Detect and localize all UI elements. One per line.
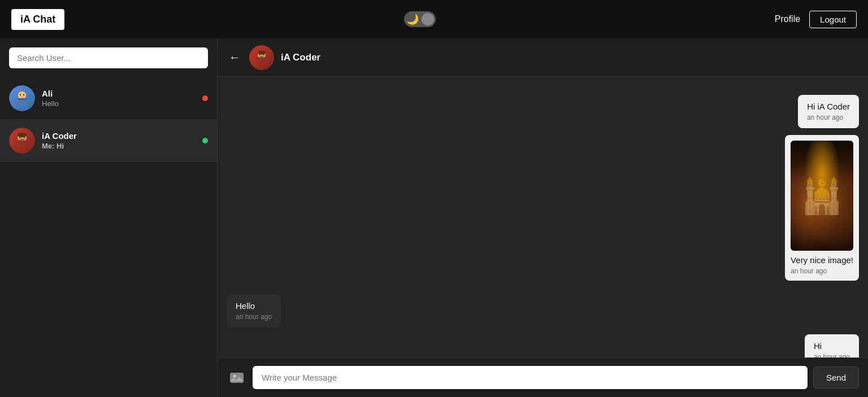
contact-list: Ali Hello <box>0 77 217 397</box>
message-time-hi: an hour ago <box>814 353 850 357</box>
toggle-knob <box>422 13 434 25</box>
svg-point-6 <box>23 94 24 95</box>
chat-input-area: Send <box>218 357 868 397</box>
message-text-hello: Hello <box>236 301 272 311</box>
svg-rect-4 <box>18 98 26 100</box>
chat-header: ← iA Coder <box>218 38 868 77</box>
message-time-hello: an hour ago <box>236 313 272 321</box>
contact-name-ali: Ali <box>42 89 208 98</box>
moon-icon: 🌙 <box>406 13 419 25</box>
contact-info-ali: Ali Hello <box>42 89 208 108</box>
contact-item-ali[interactable]: Ali Hello <box>0 77 217 120</box>
status-dot-ia-coder <box>202 138 208 143</box>
theme-toggle[interactable]: 🌙 <box>404 11 436 27</box>
message-bubble-image: Very nice image! an hour ago <box>785 135 859 281</box>
brand-logo: iA Chat <box>11 9 64 30</box>
outgoing-messages-top: Hi iA Coder an hour ago Very nice image!… <box>227 95 859 281</box>
message-time-image: an hour ago <box>791 267 853 275</box>
ali-avatar-svg <box>13 89 31 107</box>
svg-point-20 <box>233 374 236 377</box>
message-bubble-hello: Hello an hour ago <box>227 294 281 328</box>
message-bubble-hi: Hi an hour ago <box>805 334 859 357</box>
image-upload-button[interactable] <box>227 368 247 388</box>
contact-name-ia-coder: iA Coder <box>42 131 208 141</box>
outgoing-hi-container: Hi an hour ago <box>227 334 859 357</box>
mosque-image <box>791 141 853 251</box>
contact-info-ia-coder: iA Coder Me: Hi <box>42 131 208 150</box>
main-layout: Ali Hello <box>0 38 868 397</box>
ali-avatar-img <box>9 85 35 111</box>
svg-rect-19 <box>230 373 244 383</box>
contact-preview-prefix: Me: <box>42 142 57 150</box>
avatar-ia-coder <box>9 128 35 154</box>
contact-preview-text: Hi <box>57 142 64 150</box>
sidebar-search-container <box>0 38 217 77</box>
svg-point-5 <box>20 94 21 95</box>
ia-coder-avatar-img <box>9 128 35 154</box>
message-text-hi: Hi <box>814 341 850 351</box>
chat-area: ← iA Coder <box>218 38 868 397</box>
svg-point-17 <box>259 56 264 59</box>
svg-rect-1 <box>16 101 28 107</box>
contact-preview-ali: Hello <box>42 99 208 108</box>
chat-header-avatar <box>249 45 274 70</box>
image-upload-icon <box>229 370 245 386</box>
message-time-hi-ia-coder: an hour ago <box>807 114 850 121</box>
chat-header-avatar-svg <box>254 50 270 66</box>
svg-point-11 <box>19 139 25 142</box>
avatar-ali <box>9 85 35 111</box>
search-input[interactable] <box>9 47 208 68</box>
navbar: iA Chat 🌙 Profile Logout <box>0 0 868 38</box>
message-text-hi-ia-coder: Hi iA Coder <box>807 102 850 111</box>
message-bubble-hi-ia-coder: Hi iA Coder an hour ago <box>798 95 859 128</box>
svg-point-18 <box>258 50 266 54</box>
sidebar: Ali Hello <box>0 38 218 397</box>
message-text-image-caption: Very nice image! <box>791 255 853 265</box>
chat-messages: Hi iA Coder an hour ago Very nice image!… <box>218 77 868 357</box>
profile-button[interactable]: Profile <box>775 14 800 24</box>
theme-toggle-container: 🌙 <box>404 11 436 27</box>
logout-button[interactable]: Logout <box>809 11 857 28</box>
ia-coder-avatar-svg <box>13 132 31 150</box>
status-dot-ali <box>202 95 208 101</box>
contact-preview-ia-coder: Me: Hi <box>42 142 208 150</box>
message-input[interactable] <box>253 366 808 389</box>
svg-point-12 <box>18 133 27 137</box>
send-button[interactable]: Send <box>813 367 859 389</box>
contact-item-ia-coder[interactable]: iA Coder Me: Hi <box>0 120 217 162</box>
chat-header-name: iA Coder <box>281 52 320 63</box>
nav-right: Profile Logout <box>775 11 857 28</box>
back-button[interactable]: ← <box>227 49 242 66</box>
